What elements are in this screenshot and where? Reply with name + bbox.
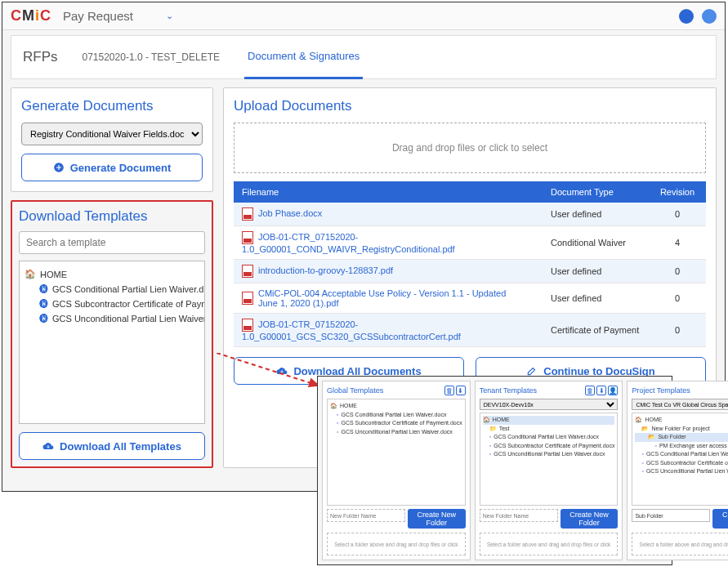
edit-icon xyxy=(526,365,538,377)
col-type: Document Type xyxy=(543,181,649,203)
dropzone[interactable]: Drag and drop files or click to select xyxy=(234,123,706,173)
download-title: Download Templates xyxy=(19,208,205,225)
global-templates-panel: Global Templates🗑⬇ 🏠HOME ▫GCS Conditiona… xyxy=(322,381,471,560)
home-icon: 🏠 xyxy=(635,416,642,425)
folder-icon: 📂 xyxy=(641,425,649,434)
pdf-icon xyxy=(242,319,253,332)
pdf-icon xyxy=(242,292,253,305)
tree-item[interactable]: 🅦GCS Subcontractor Certificate of Paymen… xyxy=(25,297,199,311)
cloud-download-icon xyxy=(42,440,54,452)
template-tree[interactable]: 🏠HOME ▫GCS Conditional Partial Lien Waiv… xyxy=(327,399,466,506)
word-icon: ▫ xyxy=(489,450,491,459)
col-rev: Revision xyxy=(649,181,706,203)
breadcrumb-bar: RFPs 07152020-1.0 - TEST_DELETE Document… xyxy=(11,35,717,79)
panel-title: Global Templates xyxy=(327,386,383,395)
word-icon: ▫ xyxy=(337,411,338,420)
plus-circle-icon xyxy=(53,162,65,173)
word-icon: 🅦 xyxy=(39,299,48,309)
folder-name-input[interactable] xyxy=(327,509,405,522)
template-tree[interactable]: 🏠HOME 📂New Folder For project 📂Sub Folde… xyxy=(632,413,728,506)
word-icon: ▫ xyxy=(489,433,491,442)
documents-table: Filename Document Type Revision Job Phas… xyxy=(234,181,706,347)
template-tree[interactable]: 🏠HOME 📁Test ▫GCS Conditional Partial Lie… xyxy=(480,413,619,506)
word-icon: ▫ xyxy=(654,442,656,451)
record-id: 07152020-1.0 - TEST_DELETE xyxy=(83,51,221,63)
word-icon: ▫ xyxy=(337,419,338,428)
user-icon[interactable] xyxy=(702,9,717,24)
tree-item[interactable]: 🅦GCS Unconditional Partial Lien Waiver.d… xyxy=(25,311,199,326)
search-template-input[interactable] xyxy=(19,231,205,254)
word-icon: 🅦 xyxy=(39,314,48,323)
word-icon: 🅦 xyxy=(39,284,48,294)
create-folder-button[interactable]: Create New Folder xyxy=(408,509,466,529)
home-icon: 🏠 xyxy=(483,416,490,425)
table-row[interactable]: Job Phase.docxUser defined0 xyxy=(234,203,706,226)
tree-item[interactable]: 🅦GCS Conditional Partial Lien Waiver.doc… xyxy=(25,282,199,297)
word-icon: ▫ xyxy=(641,459,643,468)
download-all-templates-button[interactable]: Download All Templates xyxy=(19,432,205,460)
home-icon: 🏠 xyxy=(25,269,36,279)
pdf-icon xyxy=(242,231,253,244)
dropzone[interactable]: Select a folder above and drag and drop … xyxy=(632,533,728,555)
folder-icon: 📂 xyxy=(648,433,655,442)
folder-name-input[interactable] xyxy=(480,509,558,522)
project-templates-panel: Project Templates🗑⬇👤 CMiC Test Co VR Glo… xyxy=(627,381,728,560)
tab-documents[interactable]: Document & Signatures xyxy=(244,35,363,79)
logo: CMiC xyxy=(11,7,51,25)
tenant-templates-panel: Tenant Templates🗑⬇👤 DEVV10X-Devv10x 🏠HOM… xyxy=(475,381,623,560)
table-row[interactable]: CMiC-POL-004 Acceptable Use Policy - Ver… xyxy=(234,283,706,314)
home-icon: 🏠 xyxy=(330,402,337,411)
chat-icon[interactable] xyxy=(679,9,694,24)
panel-title: Tenant Templates xyxy=(480,386,537,395)
create-folder-button[interactable]: Create New Folder xyxy=(561,509,619,529)
table-row[interactable]: introduction-to-groovy-128837.pdfUser de… xyxy=(234,260,706,283)
word-icon: ▫ xyxy=(337,428,338,437)
col-filename: Filename xyxy=(234,181,543,203)
delete-icon[interactable]: 🗑 xyxy=(585,386,595,395)
template-tree[interactable]: 🏠HOME 🅦GCS Conditional Partial Lien Waiv… xyxy=(19,261,205,424)
table-row[interactable]: JOB-01-CTR_07152020-1.0_G00001_COND_WAIV… xyxy=(234,226,706,260)
project-select[interactable]: CMiC Test Co VR Global Circus Space Mast… xyxy=(632,399,728,410)
word-icon: ▫ xyxy=(641,467,643,476)
cloud-download-icon xyxy=(276,365,288,377)
generate-panel: Generate Documents Registry Conditional … xyxy=(11,87,213,192)
delete-icon[interactable]: 🗑 xyxy=(444,386,454,395)
pdf-icon xyxy=(242,265,253,278)
download-icon[interactable]: ⬇ xyxy=(456,386,466,395)
dropzone[interactable]: Select a folder above and drag and drop … xyxy=(327,533,466,555)
upload-title: Upload Documents xyxy=(234,98,706,114)
template-select[interactable]: Registry Conditional Waiver Fields.docx xyxy=(21,123,203,145)
folder-name-input[interactable] xyxy=(632,509,710,522)
app-dropdown-icon[interactable]: ⌄ xyxy=(166,11,173,21)
generate-title: Generate Documents xyxy=(21,98,203,114)
tenant-select[interactable]: DEVV10X-Devv10x xyxy=(480,399,619,410)
table-row[interactable]: JOB-01-CTR_07152020-1.0_G00001_GCS_SC320… xyxy=(234,314,706,347)
dropzone[interactable]: Select a folder above and drag and drop … xyxy=(480,533,619,555)
app-title: Pay Request xyxy=(63,9,133,23)
create-folder-button[interactable]: Create New Folder xyxy=(712,509,728,529)
topbar: CMiC Pay Request ⌄ xyxy=(2,2,725,30)
section-label: RFPs xyxy=(23,49,58,65)
pdf-icon xyxy=(242,207,253,221)
word-icon: ▫ xyxy=(489,442,491,451)
user-icon[interactable]: 👤 xyxy=(608,386,618,395)
panel-title: Project Templates xyxy=(632,386,690,395)
download-templates-highlight: Download Templates 🏠HOME 🅦GCS Conditiona… xyxy=(11,200,213,468)
callout-detail: Global Templates🗑⬇ 🏠HOME ▫GCS Conditiona… xyxy=(317,376,672,565)
download-icon[interactable]: ⬇ xyxy=(596,386,606,395)
folder-icon: 📁 xyxy=(489,425,497,434)
word-icon: ▫ xyxy=(641,450,643,459)
generate-button[interactable]: Generate Document xyxy=(21,154,203,181)
